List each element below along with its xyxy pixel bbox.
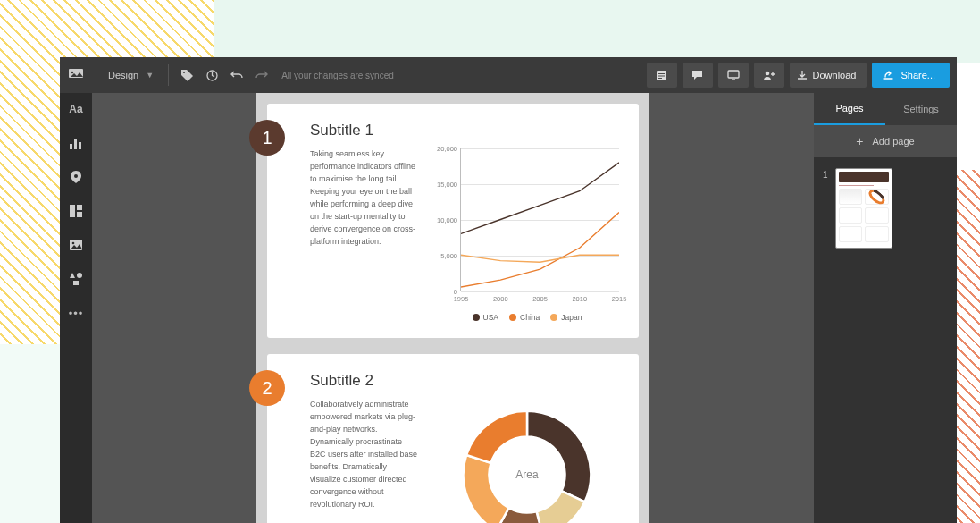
left-toolbar: Aa ••• [60, 93, 92, 523]
download-label: Download [813, 70, 857, 80]
svg-rect-7 [658, 78, 662, 79]
mode-dropdown[interactable]: Design ▼ [99, 70, 163, 80]
sync-status: All your changes are synced [281, 71, 394, 80]
subtitle-2[interactable]: Subtitle 2 [310, 372, 619, 390]
redo-icon[interactable] [249, 63, 274, 88]
svg-rect-8 [728, 71, 739, 78]
comment-icon[interactable] [683, 63, 713, 88]
decorative-mint-top [214, 0, 980, 63]
page: 1 Subtitle 1 Taking seamless key perform… [256, 93, 649, 523]
tab-settings[interactable]: Settings [885, 93, 957, 125]
plus-icon: + [856, 134, 863, 148]
add-page-label: Add page [873, 136, 915, 147]
svg-rect-10 [70, 144, 72, 149]
tab-pages[interactable]: Pages [814, 93, 885, 125]
app-window: Design ▼ All your changes are synced [60, 57, 957, 523]
right-panel: Pages Settings + Add page 1 [814, 93, 957, 523]
page-thumbnails: 1 [814, 157, 957, 259]
chart-tool-icon[interactable] [65, 132, 87, 154]
svg-rect-11 [74, 139, 77, 149]
svg-point-9 [765, 72, 769, 76]
download-button[interactable]: Download [790, 63, 867, 88]
separator [168, 64, 169, 86]
topbar: Design ▼ All your changes are synced [92, 57, 957, 93]
thumb-number: 1 [823, 170, 828, 180]
line-chart[interactable]: 05,00010,00015,00020,0001995200020052010… [435, 148, 619, 322]
share-label: Share... [900, 70, 935, 80]
svg-rect-15 [77, 205, 82, 210]
svg-point-2 [183, 72, 185, 73]
panel-tabs: Pages Settings [814, 93, 957, 125]
add-user-icon[interactable] [754, 63, 784, 88]
canvas[interactable]: 1 Subtitle 1 Taking seamless key perform… [92, 93, 814, 523]
layout-tool-icon[interactable] [65, 200, 87, 222]
present-icon[interactable] [718, 63, 749, 88]
svg-rect-5 [658, 73, 665, 74]
bullet-1: 1 [249, 120, 285, 156]
page-thumbnail-1[interactable] [835, 168, 892, 249]
mode-label: Design [108, 70, 138, 80]
undo-icon[interactable] [224, 63, 249, 88]
subtitle-1[interactable]: Subtitle 1 [310, 122, 619, 139]
image-tool-icon[interactable] [65, 234, 87, 256]
card-2[interactable]: 2 Subtitle 2 Collaboratively administrat… [267, 354, 639, 523]
svg-rect-14 [70, 205, 75, 217]
card-1[interactable]: 1 Subtitle 1 Taking seamless key perform… [267, 104, 639, 338]
share-button[interactable]: Share... [872, 63, 950, 88]
svg-point-19 [77, 273, 82, 278]
legend-item: USA [473, 313, 498, 322]
map-tool-icon[interactable] [65, 166, 87, 188]
donut-chart[interactable]: Area [435, 399, 619, 523]
donut-center-label: Area [515, 468, 538, 481]
svg-rect-16 [77, 212, 82, 217]
tag-icon[interactable] [174, 63, 199, 88]
legend-item: Japan [550, 313, 582, 322]
svg-rect-6 [658, 75, 665, 76]
line-chart-legend: USAChinaJapan [435, 313, 619, 322]
more-tools-icon[interactable]: ••• [65, 302, 87, 324]
add-page-button[interactable]: + Add page [814, 125, 957, 157]
shapes-tool-icon[interactable] [65, 268, 87, 290]
text-tool-icon[interactable]: Aa [65, 98, 87, 120]
svg-rect-12 [79, 142, 81, 149]
card-1-body[interactable]: Taking seamless key performance indicato… [310, 148, 419, 322]
bullet-2: 2 [249, 370, 285, 406]
card-2-body[interactable]: Collaboratively administrate empowered m… [310, 399, 419, 523]
svg-point-13 [74, 174, 78, 178]
svg-point-1 [71, 72, 73, 73]
svg-point-18 [72, 242, 75, 245]
svg-rect-20 [73, 281, 79, 285]
chevron-down-icon: ▼ [146, 71, 154, 80]
legend-item: China [509, 313, 540, 322]
notes-icon[interactable] [647, 63, 677, 88]
history-icon[interactable] [199, 63, 224, 88]
app-logo-icon[interactable] [60, 57, 92, 93]
